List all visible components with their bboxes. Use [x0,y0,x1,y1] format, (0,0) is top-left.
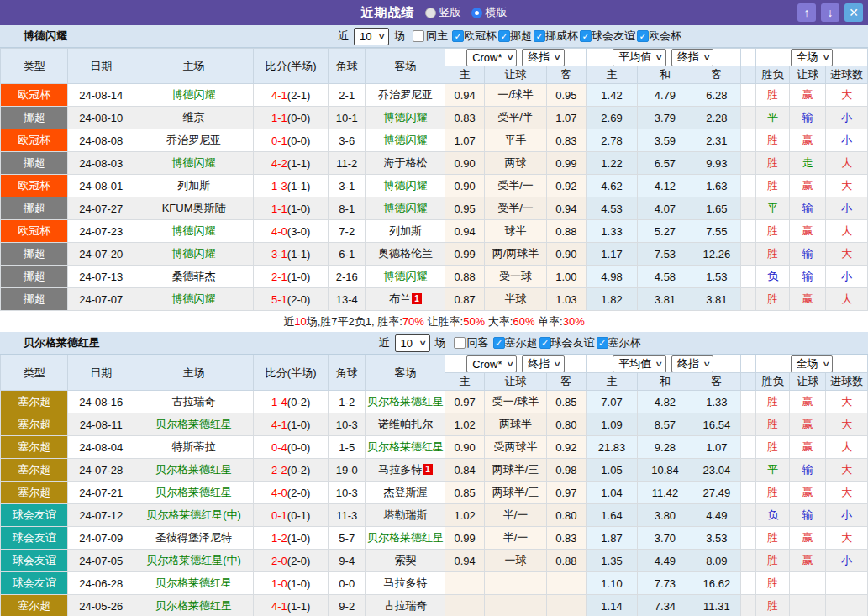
avg-away-odds: 6.28 [692,84,741,107]
chevron-down-icon: ∨ [378,32,387,40]
halftime-score: (0-0) [287,441,310,454]
result-wdl: 胜 [755,129,789,152]
spacer-cell [741,152,756,175]
fulltime-score: 1-4 [271,396,287,408]
crow-company-select[interactable]: Crow*∨ [466,49,517,66]
avg-away-odds: 27.49 [692,482,741,504]
handicap-line: 受一球 [484,266,546,288]
same-venue-checkbox[interactable]: 同客 [454,335,489,350]
league-filters: ✓欧冠杯✓挪超✓挪威杯✓球会友谊✓欧会杯 [450,29,681,44]
avg-draw-odds: 4.07 [638,197,692,220]
avg-final-select[interactable]: 终指∨ [671,49,714,66]
avg-home-odds: 1.35 [586,550,638,572]
result-handicap: 赢 [790,175,826,197]
spacer-cell [741,243,756,266]
score-cell: 1-2(1-0) [254,527,329,550]
checkbox-icon: ✓ [493,337,505,349]
result-wdl: 胜 [755,572,789,595]
layout-radio-vertical[interactable]: 竖版 [425,5,461,20]
spacer-cell [741,197,756,220]
result-handicap: 赢 [790,482,826,504]
crow-home-odds: 0.94 [445,84,484,107]
league-checkbox[interactable]: ✓欧会杯 [637,29,681,44]
home-team-cell: 维京 [134,107,253,129]
score-cell: 4-0(3-0) [254,220,329,243]
home-team-cell: 桑德菲杰 [134,266,253,288]
fulltime-score: 1-1 [271,203,287,215]
league-type-badge: 塞尔超 [1,436,68,459]
match-date: 24-07-23 [68,220,134,243]
result-handicap: 赢 [790,288,826,311]
layout-radio-horizontal[interactable]: 横版 [471,5,508,20]
fulltime-select[interactable]: 全场∨ [791,355,834,373]
home-team-cell: 乔治罗尼亚 [134,129,253,152]
result-handicap: 赢 [790,220,826,243]
away-team-cell: 海于格松 [366,152,445,175]
halftime-score: (1-0) [287,532,310,545]
crow-home-odds [445,572,484,595]
avg-select[interactable]: 平均值∨ [613,49,666,66]
away-team-cell: 奥德格伦兰 [366,243,445,266]
summary-segment: 场,胜7平2负1, 胜率: [307,315,402,328]
away-team-cell: 博德闪耀 [366,107,445,129]
league-checkbox[interactable]: ✓挪威杯 [534,29,578,44]
checkbox-icon [413,30,424,42]
chevron-down-icon: ∨ [702,360,711,368]
avg-home-odds: 2.69 [586,107,638,129]
handicap-line: 受两球半 [484,436,546,459]
score-cell: 1-1(1-0) [254,197,329,220]
recent-count-select[interactable]: 10 ∨ [354,28,389,45]
scroll-down-button[interactable]: ↓ [821,3,839,22]
avg-home-odds: 7.07 [586,391,638,413]
league-checkbox-label: 挪威杯 [545,29,578,44]
result-goals: 小 [826,107,868,129]
crow-final-select[interactable]: 终指∨ [522,49,565,66]
title-bar: 近期战绩 竖版 横版 ↑↓✕ [0,0,868,25]
result-goals: 大 [826,243,868,266]
league-checkbox[interactable]: ✓欧冠杯 [452,29,497,44]
league-checkbox[interactable]: ✓塞尔超 [493,335,538,350]
home-team-name: 贝尔格莱德红星 [155,418,232,430]
chevron-down-icon: ∨ [655,360,664,368]
result-goals: 小 [826,266,868,288]
crow-away-odds: 0.85 [547,391,586,413]
avg-final-select[interactable]: 终指∨ [671,355,714,373]
league-checkbox[interactable]: ✓挪超 [498,29,532,44]
spacer-cell [741,84,756,107]
crow-company-select[interactable]: Crow*∨ [466,355,517,373]
same-venue-checkbox[interactable]: 同主 [413,29,448,44]
result-wdl: 胜 [755,175,789,197]
league-checkbox[interactable]: ✓球会友谊 [539,335,595,350]
result-wdl: 胜 [755,482,789,504]
avg-away-odds: 9.93 [692,152,741,175]
fulltime-score: 4-1 [271,89,287,102]
handicap-line: 半/一 [484,504,546,527]
league-checkbox-label: 挪超 [510,29,532,44]
checkbox-icon: ✓ [637,30,649,42]
result-wdl: 胜 [755,288,789,311]
score-cell: 1-4(0-2) [254,391,329,413]
avg-away-odds: 1.65 [692,197,741,220]
home-team-name: 古拉瑞奇 [172,395,216,408]
checkbox-icon: ✓ [539,337,551,349]
match-row: 挪超24-07-07博德闪耀5-1(2-0)13-4布兰10.87半球1.031… [1,288,868,311]
fulltime-select[interactable]: 全场∨ [791,49,834,66]
home-team-name: 贝尔格莱德红星(中) [146,508,241,521]
halftime-score: (1-1) [287,157,310,170]
corner-cell: 6-1 [329,243,366,266]
handicap-line: 受一/球半 [484,391,546,413]
scroll-up-button[interactable]: ↑ [797,3,816,22]
league-checkbox[interactable]: ✓球会友谊 [580,29,635,44]
avg-home-odds: 1.17 [586,243,638,266]
home-team-name: 贝尔格莱德红星 [155,486,232,498]
avg-select[interactable]: 平均值∨ [613,355,666,373]
recent-count-select[interactable]: 10 ∨ [395,334,430,352]
away-team-name: 马拉多特 [378,463,422,476]
league-checkbox[interactable]: ✓塞尔杯 [597,335,641,350]
score-cell: 4-1(1-0) [254,413,329,436]
close-button[interactable]: ✕ [844,3,863,22]
home-team-name: 特斯蒂拉 [172,440,216,453]
result-handicap: 赢 [790,436,826,459]
handicap-line: 受半/一 [484,197,546,220]
crow-final-select[interactable]: 终指∨ [522,355,565,373]
